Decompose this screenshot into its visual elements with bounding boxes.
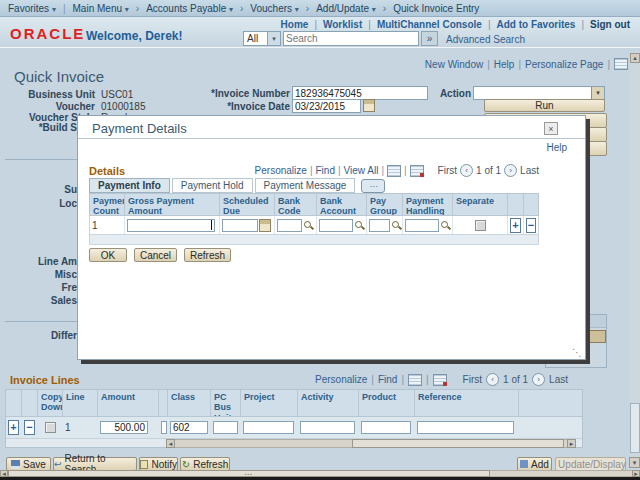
lookup-icon[interactable] — [354, 219, 364, 231]
modal-refresh-button[interactable]: Refresh — [184, 248, 231, 262]
scheduled-due-input[interactable] — [222, 219, 258, 232]
breadcrumb-main-menu[interactable]: Main Menu ▾ — [73, 3, 129, 14]
new-window-link[interactable]: New Window — [425, 59, 483, 70]
add-row-button[interactable]: + — [8, 420, 19, 435]
view-all-link[interactable]: View All — [344, 165, 379, 176]
hidden-button[interactable] — [584, 330, 606, 343]
add-row-button[interactable]: + — [510, 218, 521, 233]
delete-row-button[interactable]: − — [24, 420, 35, 435]
breadcrumb-add-update[interactable]: Add/Update ▾ — [316, 3, 376, 14]
header-divider — [0, 47, 640, 48]
chevron-down-icon[interactable]: ▾ — [267, 32, 280, 45]
add-button[interactable]: Add — [517, 457, 552, 471]
invoice-lines-toolbar: Personalize | Find | | First ‹ 1 of 1 › … — [250, 373, 568, 386]
personalize-link[interactable]: Personalize — [255, 165, 307, 176]
personalize-link[interactable]: Personalize — [315, 374, 367, 385]
line-amount-label: Line Am — [38, 256, 77, 267]
invoice-date-input[interactable] — [292, 99, 361, 113]
copy-down-checkbox[interactable] — [45, 422, 56, 433]
save-button[interactable]: Save — [6, 457, 51, 471]
vertical-scrollbar-thumb[interactable] — [630, 403, 640, 453]
advanced-search-link[interactable]: Advanced Search — [446, 34, 525, 45]
download-to-excel-icon[interactable] — [433, 374, 447, 386]
download-to-excel-icon[interactable] — [410, 165, 424, 177]
scroll-down-icon[interactable]: ▾ — [629, 457, 640, 468]
row-count: 1 of 1 — [503, 374, 528, 385]
column-header: Product — [359, 390, 415, 416]
bank-code-input[interactable] — [277, 219, 302, 232]
help-link[interactable]: Help — [494, 59, 515, 70]
product-input[interactable] — [361, 421, 411, 434]
scroll-right-icon[interactable]: ▸ — [567, 439, 576, 448]
delete-row-button[interactable]: − — [526, 218, 536, 233]
show-all-tabs-icon[interactable]: ⋯ — [361, 179, 385, 193]
breadcrumb-favorites[interactable]: Favorites ▾ — [8, 3, 56, 14]
multichannel-console-link[interactable]: MultiChannel Console — [377, 19, 482, 30]
next-row-icon[interactable]: › — [504, 164, 517, 177]
modal-help-link[interactable]: Help — [546, 142, 567, 153]
search-scope-select[interactable]: All ▾ — [243, 31, 281, 46]
update-display-button[interactable]: Update/Display — [555, 457, 626, 471]
column-header: Bank Account — [317, 194, 367, 215]
run-button[interactable]: Run — [484, 99, 605, 112]
invoice-line-row: + − 1 — [6, 417, 582, 439]
separate-checkbox[interactable] — [475, 220, 486, 231]
notify-button[interactable]: Notify — [139, 457, 178, 471]
scroll-right-icon[interactable]: ▸ — [632, 470, 640, 477]
zoom-icon[interactable] — [408, 374, 422, 386]
pc-bus-unit-input[interactable] — [213, 421, 238, 434]
activity-input[interactable] — [300, 421, 355, 434]
worklist-link[interactable]: Worklist — [323, 19, 362, 30]
project-input[interactable] — [243, 421, 294, 434]
add-to-favorites-link[interactable]: Add to Favorites — [496, 19, 575, 30]
breadcrumb-vouchers[interactable]: Vouchers ▾ — [250, 3, 299, 14]
chevron-down-icon[interactable]: ▾ — [591, 87, 604, 99]
find-link[interactable]: Find — [315, 165, 334, 176]
class-input[interactable] — [170, 421, 208, 434]
tab-payment-hold[interactable]: Payment Hold — [172, 178, 253, 193]
next-row-icon[interactable]: › — [532, 373, 545, 386]
sign-out-link[interactable]: Sign out — [590, 19, 630, 30]
search-go-button[interactable]: » — [421, 31, 438, 46]
ok-button[interactable]: OK — [89, 248, 127, 262]
tab-payment-message[interactable]: Payment Message — [255, 178, 356, 193]
voucher-value: 01000185 — [101, 101, 146, 112]
pay-group-input[interactable] — [369, 219, 390, 232]
scroll-up-icon[interactable]: ▴ — [630, 53, 640, 63]
resize-handle[interactable]: ⋱ — [572, 348, 582, 358]
personalize-layout-icon[interactable] — [614, 58, 628, 70]
home-link[interactable]: Home — [281, 19, 309, 30]
action-select[interactable]: ▾ — [473, 86, 605, 100]
column-header: Pay Group — [367, 194, 403, 215]
lookup-icon[interactable] — [440, 219, 450, 231]
bank-account-input[interactable] — [319, 219, 353, 232]
clipped-input[interactable] — [161, 421, 167, 434]
personalize-page-link[interactable]: Personalize Page — [525, 59, 603, 70]
breadcrumb-separator-icon: › — [306, 3, 309, 14]
search-input[interactable] — [283, 31, 419, 46]
zoom-icon[interactable] — [387, 165, 401, 177]
grid-scrollbar-thumb[interactable] — [352, 439, 564, 448]
reference-input[interactable] — [417, 421, 514, 434]
lookup-icon[interactable] — [303, 219, 314, 231]
page-scrollbar-thumb[interactable]: ▪▪▪ — [8, 470, 490, 477]
tab-payment-info[interactable]: Payment Info — [89, 178, 170, 193]
close-icon[interactable]: × — [544, 122, 558, 135]
previous-row-icon[interactable]: ‹ — [486, 373, 499, 386]
previous-row-icon[interactable]: ‹ — [460, 164, 473, 177]
invoice-number-input[interactable] — [292, 86, 428, 100]
cancel-button[interactable]: Cancel — [134, 248, 177, 262]
lookup-icon[interactable] — [391, 219, 400, 231]
find-link[interactable]: Find — [378, 374, 397, 385]
invoice-lines-grid-header: Copy Down Line Amount Class PC Bus Unit … — [6, 390, 582, 417]
calendar-icon[interactable] — [259, 219, 271, 232]
calendar-icon[interactable] — [363, 99, 375, 112]
return-to-search-button[interactable]: ↩ Return to Search — [53, 457, 137, 471]
payment-handling-input[interactable] — [405, 219, 439, 232]
breadcrumb-accounts-payable[interactable]: Accounts Payable ▾ — [146, 3, 233, 14]
scroll-left-icon[interactable]: ◂ — [0, 470, 8, 477]
scroll-left-icon[interactable]: ◂ — [166, 439, 175, 448]
amount-input[interactable] — [100, 421, 148, 434]
gross-payment-amount-input[interactable] — [127, 219, 215, 232]
refresh-button[interactable]: ↻ Refresh — [180, 457, 230, 471]
